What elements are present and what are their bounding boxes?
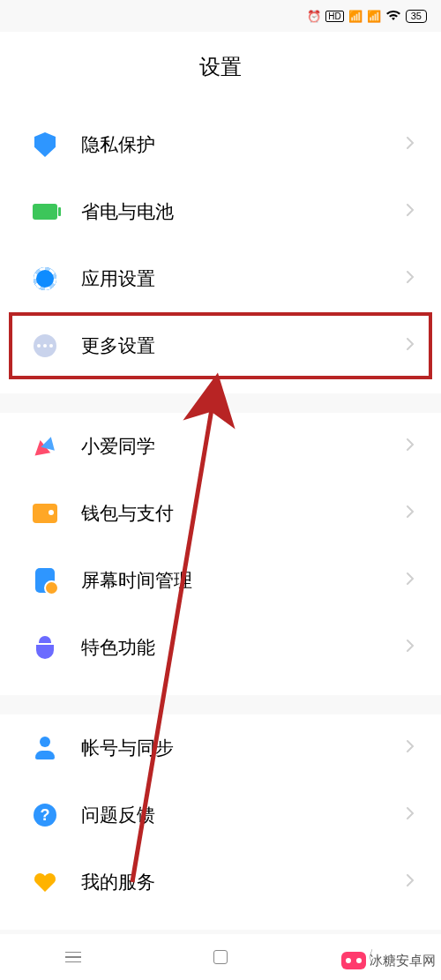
chevron-right-icon	[406, 739, 415, 757]
watermark: 冰糖安卓网	[341, 952, 436, 969]
nav-recents-button[interactable]	[56, 952, 91, 963]
battery-icon	[32, 198, 58, 225]
item-label: 隐私保护	[81, 132, 406, 157]
chevron-right-icon	[406, 639, 415, 656]
settings-item-privacy[interactable]: 隐私保护	[0, 111, 441, 178]
settings-group: 隐私保护省电与电池应用设置更多设置	[0, 111, 441, 393]
settings-item-account[interactable]: 帐号与同步	[0, 714, 441, 782]
item-label: 小爱同学	[81, 434, 406, 459]
privacy-icon	[32, 131, 58, 158]
settings-item-wallet[interactable]: 钱包与支付	[0, 480, 441, 547]
chevron-right-icon	[406, 438, 415, 455]
signal-icon-1: 📶	[348, 10, 363, 23]
item-label: 屏幕时间管理	[81, 568, 406, 593]
alarm-icon: ⏰	[307, 10, 321, 23]
item-label: 省电与电池	[81, 199, 406, 224]
chevron-right-icon	[406, 203, 415, 221]
settings-item-battery[interactable]: 省电与电池	[0, 178, 441, 245]
settings-item-service[interactable]: 我的服务	[0, 849, 441, 916]
chevron-right-icon	[406, 806, 415, 824]
special-icon	[32, 634, 58, 661]
watermark-text: 冰糖安卓网	[370, 953, 436, 969]
nav-home-button[interactable]	[203, 950, 238, 964]
item-label: 特色功能	[81, 635, 406, 660]
item-label: 更多设置	[81, 333, 406, 358]
signal-icon-2: 📶	[367, 10, 381, 23]
item-label: 帐号与同步	[81, 736, 406, 760]
battery-indicator: 35	[406, 10, 427, 23]
xiaoai-icon	[32, 433, 58, 460]
status-bar: ⏰ HD 📶 📶 35	[0, 0, 441, 32]
apps-icon	[32, 266, 58, 292]
hd-icon: HD	[325, 11, 343, 22]
chevron-right-icon	[406, 873, 415, 891]
screentime-icon	[32, 567, 58, 594]
chevron-right-icon	[406, 337, 415, 355]
service-icon	[32, 869, 58, 895]
item-label: 应用设置	[81, 266, 406, 291]
settings-group: 帐号与同步?问题反馈我的服务	[0, 714, 441, 930]
page-title: 设置	[0, 32, 441, 111]
settings-group: 小爱同学钱包与支付屏幕时间管理特色功能	[0, 413, 441, 695]
chevron-right-icon	[406, 505, 415, 522]
feedback-icon: ?	[32, 802, 58, 828]
item-label: 钱包与支付	[81, 501, 406, 526]
account-icon	[32, 735, 58, 761]
item-label: 问题反馈	[81, 803, 406, 827]
watermark-logo-icon	[341, 952, 366, 969]
more-icon	[32, 333, 58, 359]
settings-item-feedback[interactable]: ?问题反馈	[0, 782, 441, 849]
settings-item-xiaoai[interactable]: 小爱同学	[0, 413, 441, 480]
chevron-right-icon	[406, 136, 415, 153]
item-label: 我的服务	[81, 870, 406, 894]
chevron-right-icon	[406, 270, 415, 288]
chevron-right-icon	[406, 572, 415, 589]
settings-item-more[interactable]: 更多设置	[9, 312, 432, 379]
settings-item-special[interactable]: 特色功能	[0, 614, 441, 681]
settings-item-screentime[interactable]: 屏幕时间管理	[0, 547, 441, 614]
wifi-icon	[385, 9, 401, 24]
settings-item-apps[interactable]: 应用设置	[0, 245, 441, 312]
wallet-icon	[32, 500, 58, 527]
